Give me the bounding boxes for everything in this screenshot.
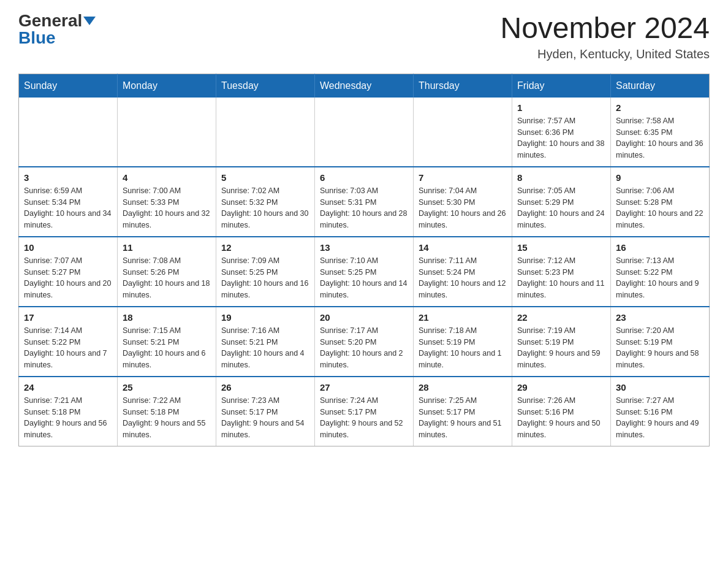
day-number: 22 bbox=[517, 312, 605, 323]
month-title: November 2024 bbox=[500, 12, 710, 45]
day-info: Sunrise: 7:04 AM Sunset: 5:30 PM Dayligh… bbox=[419, 185, 507, 231]
day-info: Sunrise: 7:23 AM Sunset: 5:17 PM Dayligh… bbox=[221, 395, 309, 441]
day-number: 13 bbox=[320, 242, 408, 253]
day-info: Sunrise: 7:05 AM Sunset: 5:29 PM Dayligh… bbox=[517, 185, 605, 231]
calendar-week-4: 24Sunrise: 7:21 AM Sunset: 5:18 PM Dayli… bbox=[19, 377, 710, 446]
day-header-row: SundayMondayTuesdayWednesdayThursdayFrid… bbox=[19, 74, 710, 98]
location-text: Hyden, Kentucky, United States bbox=[500, 47, 710, 61]
calendar-cell: 17Sunrise: 7:14 AM Sunset: 5:22 PM Dayli… bbox=[19, 307, 118, 377]
calendar-cell: 25Sunrise: 7:22 AM Sunset: 5:18 PM Dayli… bbox=[118, 377, 216, 446]
calendar-cell: 10Sunrise: 7:07 AM Sunset: 5:27 PM Dayli… bbox=[19, 237, 118, 307]
calendar-body: 1Sunrise: 7:57 AM Sunset: 6:36 PM Daylig… bbox=[19, 98, 710, 446]
day-number: 26 bbox=[221, 382, 309, 393]
calendar-cell: 18Sunrise: 7:15 AM Sunset: 5:21 PM Dayli… bbox=[118, 307, 216, 377]
calendar-cell: 5Sunrise: 7:02 AM Sunset: 5:32 PM Daylig… bbox=[216, 167, 315, 237]
day-number: 7 bbox=[419, 172, 507, 183]
calendar-cell: 21Sunrise: 7:18 AM Sunset: 5:19 PM Dayli… bbox=[414, 307, 512, 377]
day-number: 29 bbox=[517, 382, 605, 393]
calendar-week-1: 3Sunrise: 6:59 AM Sunset: 5:34 PM Daylig… bbox=[19, 167, 710, 237]
day-info: Sunrise: 7:22 AM Sunset: 5:18 PM Dayligh… bbox=[123, 395, 211, 441]
day-number: 20 bbox=[320, 312, 408, 323]
page-header: General Blue November 2024 Hyden, Kentuc… bbox=[18, 12, 710, 61]
day-number: 27 bbox=[320, 382, 408, 393]
day-number: 10 bbox=[24, 242, 112, 253]
calendar-cell bbox=[216, 98, 315, 167]
calendar-cell: 27Sunrise: 7:24 AM Sunset: 5:17 PM Dayli… bbox=[315, 377, 414, 446]
day-number: 11 bbox=[123, 242, 211, 253]
day-number: 4 bbox=[123, 172, 211, 183]
calendar-cell: 22Sunrise: 7:19 AM Sunset: 5:19 PM Dayli… bbox=[512, 307, 611, 377]
calendar-cell bbox=[118, 98, 216, 167]
day-number: 8 bbox=[517, 172, 605, 183]
day-info: Sunrise: 7:13 AM Sunset: 5:22 PM Dayligh… bbox=[616, 255, 704, 301]
calendar-cell: 11Sunrise: 7:08 AM Sunset: 5:26 PM Dayli… bbox=[118, 237, 216, 307]
day-number: 12 bbox=[221, 242, 309, 253]
day-number: 16 bbox=[616, 242, 704, 253]
day-info: Sunrise: 6:59 AM Sunset: 5:34 PM Dayligh… bbox=[24, 185, 112, 231]
day-number: 25 bbox=[123, 382, 211, 393]
day-info: Sunrise: 7:02 AM Sunset: 5:32 PM Dayligh… bbox=[221, 185, 309, 231]
day-info: Sunrise: 7:15 AM Sunset: 5:21 PM Dayligh… bbox=[123, 325, 211, 371]
day-number: 18 bbox=[123, 312, 211, 323]
logo: General Blue bbox=[18, 12, 96, 47]
day-info: Sunrise: 7:27 AM Sunset: 5:16 PM Dayligh… bbox=[616, 395, 704, 441]
day-info: Sunrise: 7:24 AM Sunset: 5:17 PM Dayligh… bbox=[320, 395, 408, 441]
day-info: Sunrise: 7:58 AM Sunset: 6:35 PM Dayligh… bbox=[616, 115, 704, 161]
calendar-cell: 29Sunrise: 7:26 AM Sunset: 5:16 PM Dayli… bbox=[512, 377, 611, 446]
calendar-cell: 26Sunrise: 7:23 AM Sunset: 5:17 PM Dayli… bbox=[216, 377, 315, 446]
day-info: Sunrise: 7:00 AM Sunset: 5:33 PM Dayligh… bbox=[123, 185, 211, 231]
calendar-cell: 4Sunrise: 7:00 AM Sunset: 5:33 PM Daylig… bbox=[118, 167, 216, 237]
calendar-cell: 6Sunrise: 7:03 AM Sunset: 5:31 PM Daylig… bbox=[315, 167, 414, 237]
calendar-cell: 16Sunrise: 7:13 AM Sunset: 5:22 PM Dayli… bbox=[611, 237, 710, 307]
calendar-cell bbox=[19, 98, 118, 167]
calendar-cell: 23Sunrise: 7:20 AM Sunset: 5:19 PM Dayli… bbox=[611, 307, 710, 377]
day-number: 14 bbox=[419, 242, 507, 253]
calendar-week-2: 10Sunrise: 7:07 AM Sunset: 5:27 PM Dayli… bbox=[19, 237, 710, 307]
title-area: November 2024 Hyden, Kentucky, United St… bbox=[500, 12, 710, 61]
day-number: 30 bbox=[616, 382, 704, 393]
calendar-cell: 12Sunrise: 7:09 AM Sunset: 5:25 PM Dayli… bbox=[216, 237, 315, 307]
day-info: Sunrise: 7:07 AM Sunset: 5:27 PM Dayligh… bbox=[24, 255, 112, 301]
day-info: Sunrise: 7:06 AM Sunset: 5:28 PM Dayligh… bbox=[616, 185, 704, 231]
day-header-friday: Friday bbox=[512, 74, 611, 98]
calendar-cell bbox=[414, 98, 512, 167]
day-info: Sunrise: 7:19 AM Sunset: 5:19 PM Dayligh… bbox=[517, 325, 605, 371]
day-number: 3 bbox=[24, 172, 112, 183]
calendar-week-0: 1Sunrise: 7:57 AM Sunset: 6:36 PM Daylig… bbox=[19, 98, 710, 167]
day-number: 23 bbox=[616, 312, 704, 323]
calendar-cell: 9Sunrise: 7:06 AM Sunset: 5:28 PM Daylig… bbox=[611, 167, 710, 237]
day-number: 21 bbox=[419, 312, 507, 323]
calendar-cell: 7Sunrise: 7:04 AM Sunset: 5:30 PM Daylig… bbox=[414, 167, 512, 237]
calendar-cell: 15Sunrise: 7:12 AM Sunset: 5:23 PM Dayli… bbox=[512, 237, 611, 307]
calendar-cell: 3Sunrise: 6:59 AM Sunset: 5:34 PM Daylig… bbox=[19, 167, 118, 237]
calendar-cell bbox=[315, 98, 414, 167]
calendar-cell: 13Sunrise: 7:10 AM Sunset: 5:25 PM Dayli… bbox=[315, 237, 414, 307]
calendar-header: SundayMondayTuesdayWednesdayThursdayFrid… bbox=[19, 74, 710, 98]
day-number: 24 bbox=[24, 382, 112, 393]
day-number: 17 bbox=[24, 312, 112, 323]
calendar-cell: 8Sunrise: 7:05 AM Sunset: 5:29 PM Daylig… bbox=[512, 167, 611, 237]
day-number: 2 bbox=[616, 102, 704, 113]
day-header-monday: Monday bbox=[118, 74, 216, 98]
day-info: Sunrise: 7:12 AM Sunset: 5:23 PM Dayligh… bbox=[517, 255, 605, 301]
calendar-table: SundayMondayTuesdayWednesdayThursdayFrid… bbox=[18, 74, 710, 446]
day-info: Sunrise: 7:09 AM Sunset: 5:25 PM Dayligh… bbox=[221, 255, 309, 301]
calendar-cell: 14Sunrise: 7:11 AM Sunset: 5:24 PM Dayli… bbox=[414, 237, 512, 307]
calendar-cell: 1Sunrise: 7:57 AM Sunset: 6:36 PM Daylig… bbox=[512, 98, 611, 167]
calendar-cell: 24Sunrise: 7:21 AM Sunset: 5:18 PM Dayli… bbox=[19, 377, 118, 446]
day-info: Sunrise: 7:10 AM Sunset: 5:25 PM Dayligh… bbox=[320, 255, 408, 301]
logo-blue-text: Blue bbox=[18, 29, 56, 47]
day-info: Sunrise: 7:16 AM Sunset: 5:21 PM Dayligh… bbox=[221, 325, 309, 371]
day-number: 5 bbox=[221, 172, 309, 183]
calendar-week-3: 17Sunrise: 7:14 AM Sunset: 5:22 PM Dayli… bbox=[19, 307, 710, 377]
day-header-sunday: Sunday bbox=[19, 74, 118, 98]
day-number: 6 bbox=[320, 172, 408, 183]
day-header-saturday: Saturday bbox=[611, 74, 710, 98]
day-number: 1 bbox=[517, 102, 605, 113]
day-info: Sunrise: 7:18 AM Sunset: 5:19 PM Dayligh… bbox=[419, 325, 507, 371]
day-info: Sunrise: 7:08 AM Sunset: 5:26 PM Dayligh… bbox=[123, 255, 211, 301]
day-info: Sunrise: 7:21 AM Sunset: 5:18 PM Dayligh… bbox=[24, 395, 112, 441]
day-number: 15 bbox=[517, 242, 605, 253]
day-info: Sunrise: 7:17 AM Sunset: 5:20 PM Dayligh… bbox=[320, 325, 408, 371]
day-number: 9 bbox=[616, 172, 704, 183]
